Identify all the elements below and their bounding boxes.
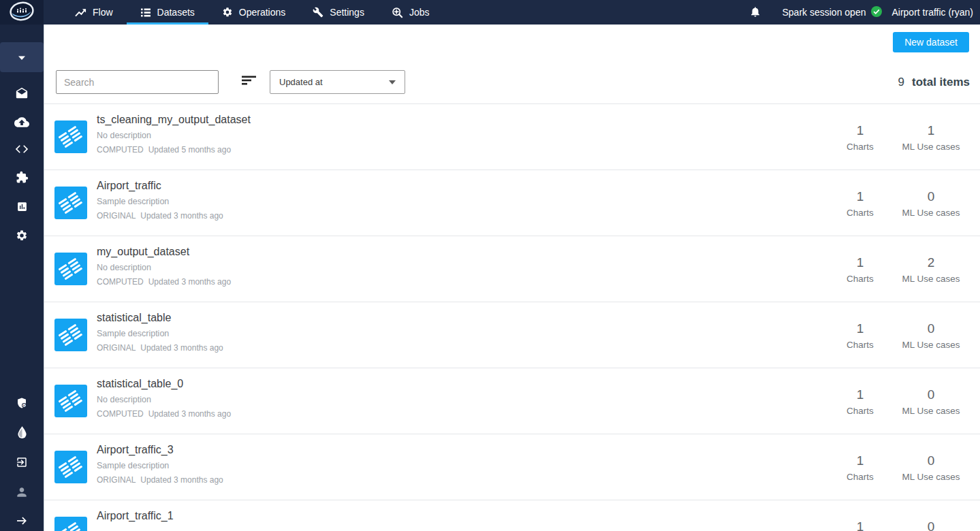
topbar: Flow Datasets Operations Settings Jobs: [0, 0, 980, 25]
dataset-status: ORIGINAL: [97, 343, 136, 353]
dataset-info: ts_cleaning_my_output_dataset No descrip…: [97, 114, 251, 155]
dataset-row[interactable]: Airport_traffic Sample description ORIGI…: [44, 170, 980, 236]
charts-stat: 1 Charts: [827, 453, 893, 482]
dataset-icon: [54, 120, 87, 153]
topbar-right: Spark session open Airport traffic (ryan…: [749, 0, 980, 25]
tab-operations[interactable]: Operations: [208, 0, 299, 25]
dataset-status-line: COMPUTED Updated 3 months ago: [97, 409, 231, 419]
ml-use-cases-label: ML Use cases: [893, 472, 969, 482]
mail-icon[interactable]: [15, 87, 29, 99]
sidebar-bottom-icons: e: [15, 397, 29, 531]
dataset-stats: 1 Charts 0 ML Use cases: [827, 519, 969, 531]
dataset-row[interactable]: ts_cleaning_my_output_dataset No descrip…: [44, 103, 980, 170]
dataset-row[interactable]: statistical_table Sample description ORI…: [44, 302, 980, 368]
caret-down-icon: [18, 51, 26, 63]
dataset-icon: [54, 253, 87, 285]
dataset-stats: 1 Charts 1 ML Use cases: [827, 123, 969, 152]
dataset-updated: Updated 3 months ago: [140, 211, 223, 221]
charts-stat: 1 Charts: [827, 321, 893, 350]
dataset-stats: 1 Charts 0 ML Use cases: [827, 453, 969, 482]
code-icon[interactable]: [15, 144, 29, 154]
app-logo-icon: [9, 1, 35, 25]
project-selector[interactable]: Airport traffic (ryan): [891, 7, 973, 18]
caret-down-icon: [389, 80, 396, 84]
tab-datasets[interactable]: Datasets: [127, 0, 208, 25]
charts-count: 1: [827, 189, 893, 204]
dataset-name: ts_cleaning_my_output_dataset: [97, 114, 251, 126]
dataset-info: Airport_traffic_3 Sample description ORI…: [97, 444, 223, 485]
charts-count: 1: [827, 453, 893, 468]
charts-count: 1: [827, 255, 893, 270]
ml-use-cases-count: 2: [893, 255, 969, 270]
charts-count: 1: [827, 519, 893, 531]
charts-stat: 1 Charts: [827, 387, 893, 416]
arrow-right-icon[interactable]: [16, 516, 28, 526]
dataset-name: Airport_traffic: [97, 180, 223, 192]
dataset-status: COMPUTED: [97, 277, 144, 287]
sign-in-icon[interactable]: [16, 456, 28, 468]
dataset-description: No description: [97, 395, 231, 404]
dataset-status: COMPUTED: [97, 409, 144, 419]
gear-magnifier-icon: [392, 7, 403, 18]
filter-row: Updated at 9 total items: [44, 70, 980, 94]
ml-use-cases-stat: 0 ML Use cases: [893, 387, 969, 416]
dataset-info: Airport_traffic_1: [97, 510, 174, 527]
new-dataset-button[interactable]: New dataset: [893, 32, 969, 52]
dataset-icon: [54, 319, 87, 351]
sort-descending-icon[interactable]: [242, 76, 257, 88]
tab-label: Flow: [93, 7, 113, 18]
charts-label: Charts: [827, 406, 893, 416]
dataset-description: No description: [97, 263, 231, 272]
dataset-status-line: ORIGINAL Updated 3 months ago: [97, 475, 223, 485]
dataset-name: statistical_table: [97, 312, 223, 324]
ml-use-cases-count: 0: [893, 189, 969, 204]
tab-flow[interactable]: Flow: [61, 0, 127, 25]
charts-stat: 1 Charts: [827, 189, 893, 218]
tab-jobs[interactable]: Jobs: [378, 0, 443, 25]
spark-session-status: Spark session open: [782, 6, 882, 19]
svg-text:e: e: [23, 404, 25, 407]
charts-label: Charts: [827, 142, 893, 152]
bell-icon[interactable]: [749, 5, 761, 20]
dataset-description: Sample description: [97, 329, 223, 338]
list-icon: [140, 7, 151, 18]
dataset-status-line: ORIGINAL Updated 3 months ago: [97, 343, 223, 353]
plugin-icon[interactable]: [16, 171, 29, 184]
cloud-upload-icon[interactable]: [14, 116, 29, 127]
dataset-icon: [54, 187, 87, 219]
app-logo-block[interactable]: [0, 0, 44, 25]
dataset-row[interactable]: my_output_dataset No description COMPUTE…: [44, 236, 980, 302]
search-input[interactable]: [56, 70, 219, 94]
dataset-updated: Updated 3 months ago: [140, 475, 223, 485]
charts-label: Charts: [827, 274, 893, 284]
sort-by-selected-value: Updated at: [279, 77, 323, 87]
check-circle-icon: [871, 6, 882, 19]
ml-use-cases-count: 0: [893, 519, 969, 531]
charts-count: 1: [827, 123, 893, 138]
charts-label: Charts: [827, 340, 893, 350]
dataset-stats: 1 Charts 0 ML Use cases: [827, 189, 969, 218]
dataset-row[interactable]: Airport_traffic_3 Sample description ORI…: [44, 434, 980, 500]
wrench-icon: [313, 7, 323, 18]
gear-icon[interactable]: [16, 229, 28, 242]
user-icon[interactable]: [15, 485, 29, 499]
sidebar-workspace-selector[interactable]: [0, 42, 44, 72]
dataset-updated: Updated 5 months ago: [148, 145, 231, 155]
dataset-row[interactable]: Airport_traffic_1 1 Charts 0 ML Use case…: [44, 500, 980, 531]
shield-icon[interactable]: e: [16, 397, 28, 409]
dataset-updated: Updated 3 months ago: [148, 409, 231, 419]
chart-icon[interactable]: [16, 201, 28, 212]
dataset-row[interactable]: statistical_table_0 No description COMPU…: [44, 368, 980, 434]
sort-by-dropdown[interactable]: Updated at: [270, 70, 405, 94]
charts-stat: 1 Charts: [827, 519, 893, 531]
gear-icon: [222, 7, 233, 18]
flow-chart-icon: [75, 7, 86, 18]
dataset-icon: [54, 517, 87, 531]
charts-count: 1: [827, 321, 893, 336]
tab-settings[interactable]: Settings: [299, 0, 378, 25]
dataset-description: No description: [97, 131, 251, 140]
dataset-stats: 1 Charts 0 ML Use cases: [827, 321, 969, 350]
droplet-icon[interactable]: [17, 426, 27, 439]
dataset-status: ORIGINAL: [97, 211, 136, 221]
ml-use-cases-count: 0: [893, 387, 969, 402]
